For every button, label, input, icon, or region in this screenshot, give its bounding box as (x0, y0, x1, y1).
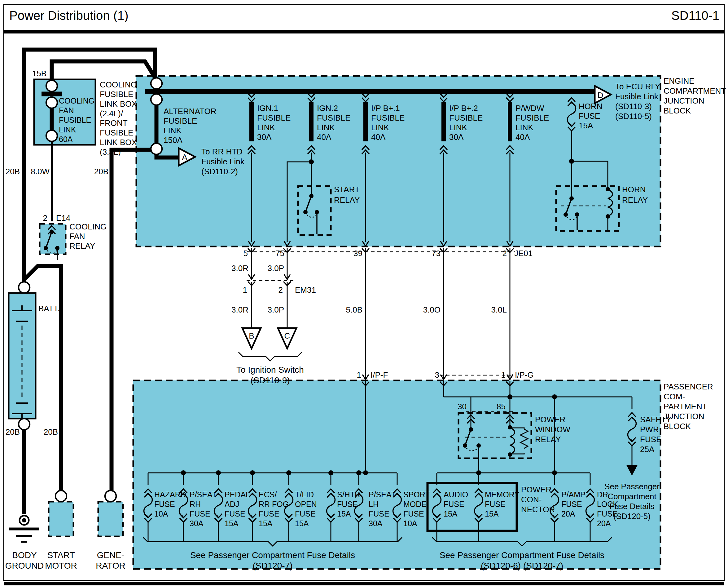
label-ipg-ref[interactable]: I/P-G (515, 370, 534, 380)
generator-box (98, 502, 123, 536)
label-ipb2-1: FUSIBLE (449, 113, 483, 122)
label-fuse-pseat-lh-1: LH (369, 500, 379, 509)
label-em31-ref[interactable]: EM31 (295, 285, 316, 295)
label-right-see-ref[interactable]: (SD120-6) (SD120-7) (481, 561, 563, 570)
label-e14-ref[interactable]: E14 (56, 213, 70, 223)
junction-dot (250, 470, 255, 475)
label-ign1-3: 30A (257, 132, 272, 142)
label-wire-20b-gnd: 20B (6, 427, 20, 437)
label-fuse-ecs-2: FUSE (259, 509, 280, 518)
label-fuse-ecs-3: 15A (259, 519, 272, 528)
label-power-connector-2: NECTOR (521, 505, 555, 514)
label-cooling-box-3: (2.4L)/ (100, 109, 123, 118)
label-cooling-link-2: FUSIBLE (59, 116, 91, 124)
label-fuse-pseat-rh-1: RH (189, 500, 201, 509)
label-passenger-block-2: PARTMENT (664, 402, 707, 411)
label-start-motor-0: START (47, 550, 75, 560)
label-cooling-box-4: FRONT (100, 118, 128, 128)
label-wire-20b-batt: 20B (6, 167, 20, 176)
label-wire-3.0o: 3.0O (423, 305, 441, 314)
label-fuse-hazard-1: FUSE (154, 500, 175, 509)
junction-dot (476, 470, 481, 475)
label-pin-75: 75 (276, 249, 284, 258)
label-fuse-shtr-2: 15A (337, 509, 351, 518)
relay-contact-dot (55, 246, 59, 250)
label-cooling-relay-2: RELAY (70, 241, 95, 250)
label-fuse-ecs-1: RR FOG (259, 500, 289, 509)
label-rr-htd-1: Fusible Link (201, 157, 245, 166)
label-triangle-c-letter: C (284, 331, 290, 340)
label-ipb2-0: I/P B+.2 (449, 103, 478, 113)
relay-contact-dot (575, 212, 579, 217)
label-em31-pin1: 1 (243, 285, 247, 295)
label-start-relay-0: START (334, 185, 360, 194)
label-pw-relay-pin30: 30 (458, 402, 467, 411)
label-pwdw-3: 40A (516, 132, 530, 142)
label-safety-fuse-3: 25A (640, 445, 655, 454)
label-cooling-link-1: FAN (59, 106, 74, 115)
label-generator-0: GENE- (97, 550, 125, 560)
label-left-see-ref[interactable]: (SD120-7) (253, 561, 292, 570)
label-ipb2-2: LINK (449, 123, 467, 132)
page-title: Power Distribution (1) (9, 9, 129, 22)
label-wire-3.0p-a: 3.0P (268, 264, 284, 273)
label-wire-3.0l: 3.0L (491, 305, 507, 314)
junction-dot (508, 394, 512, 399)
label-je01-ref[interactable]: JE01 (514, 249, 532, 258)
label-fuse-pamp-0: P/AMP (561, 490, 586, 499)
label-fuse-tlid-2: FUSE (295, 509, 316, 518)
label-ipf-ref[interactable]: I/P-F (370, 370, 388, 380)
terminal-ring-icon (105, 490, 116, 502)
page-code: SD110-1 (671, 9, 719, 22)
label-passenger-block-4: BLOCK (664, 422, 691, 431)
label-rr-htd-ref[interactable]: (SD110-2) (201, 167, 238, 176)
label-fuse-ecs-0: ECS/ (259, 490, 277, 499)
label-wire-20b-gen: 20B (94, 167, 108, 176)
label-left-see-label: See Passenger Compartment Fuse Details (190, 550, 355, 560)
label-fuse-pseat-lh-0: P/SEAT (369, 490, 396, 499)
label-fuse-pedal-0: PEDAL (225, 490, 250, 499)
label-ecu-rly-0: To ECU RLY (615, 82, 660, 91)
label-power-connector-0: POWER (521, 485, 551, 494)
label-cooling-box-5: FUSIBLE (100, 128, 133, 137)
label-pin-39: 39 (354, 249, 362, 258)
label-ipg-pin1: 1 (501, 370, 505, 380)
junction-dot (181, 470, 186, 475)
junction-dot (356, 470, 361, 475)
label-battery-label: BATT. (38, 304, 60, 313)
label-ipb1-2: LINK (371, 123, 389, 132)
label-start-motor-1: MOTOR (45, 561, 77, 570)
label-fuse-pedal-2: FUSE (225, 509, 245, 518)
label-alt-link-1: FUSIBLE (163, 116, 197, 126)
label-engine-block-0: ENGINE (664, 76, 695, 86)
label-fuse-tlid-0: T/LID (295, 490, 314, 499)
label-generator-1: RATOR (96, 561, 125, 570)
cooling-fan-relay-box (40, 224, 66, 254)
label-ecu-rly-ref1[interactable]: (SD110-3) (615, 102, 652, 111)
label-passenger-block-3: JUNCTION (664, 412, 704, 421)
label-fuse-memory-2: 15A (485, 509, 499, 518)
label-safety-see-ref[interactable]: (SD120-5) (614, 512, 651, 521)
label-triangle-d-letter: D (598, 91, 603, 100)
label-rr-htd-0: To RR HTD (201, 147, 242, 156)
label-fuse-audio-0: AUDIO (444, 490, 468, 499)
label-ecu-rly-ref2[interactable]: (SD110-5) (615, 112, 652, 121)
label-start-relay-1: RELAY (334, 195, 360, 205)
terminal-ring-icon (55, 490, 67, 502)
terminal-ring-icon (46, 80, 57, 92)
junction-dot (309, 160, 314, 164)
label-fuse-pamp-1: FUSE (561, 500, 582, 509)
label-safety-see-0: See Passenger (604, 482, 659, 491)
label-alt-link-2: LINK (163, 126, 182, 135)
label-safety-fuse-1: PWR (640, 425, 659, 434)
label-fuse-hazard-2: 10A (154, 509, 168, 518)
label-fuse-drlock-3: 20A (597, 519, 611, 528)
label-horn-relay-1: RELAY (622, 195, 648, 205)
label-body-ground-1: GROUND (5, 561, 44, 570)
wiring-diagram: Power Distribution (1) SD110-1 15BCOOLIN… (0, 0, 728, 586)
label-pwdw-0: P/WDW (516, 103, 544, 113)
label-ignition-switch-ref[interactable]: (SD110-9) (250, 375, 290, 385)
fusible-link-bar (363, 102, 368, 141)
fusible-link-bar (309, 102, 313, 141)
label-fuse-sport-2: FUSE (404, 509, 424, 518)
